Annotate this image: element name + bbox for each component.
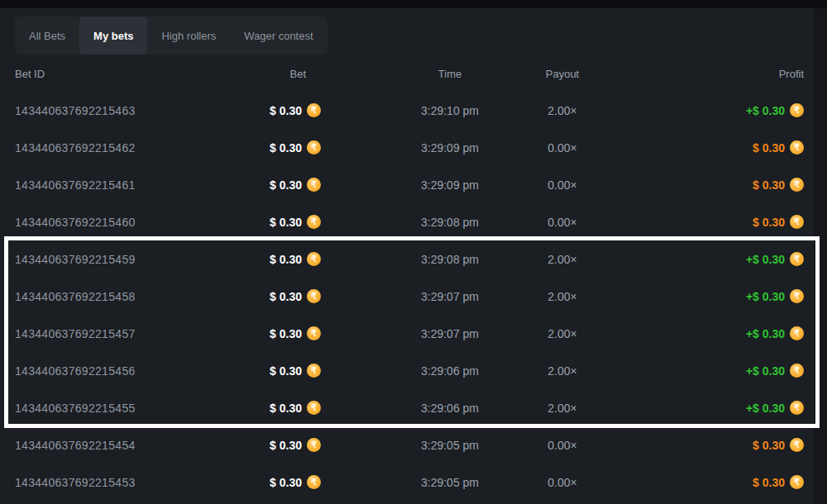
bet-id-cell: 143440637692215455 [15,402,222,415]
rupee-coin-icon: ₹ [307,326,321,340]
rupee-coin-icon: ₹ [307,401,321,415]
profit-value: $ 0.30 [753,476,785,489]
tab-wager-contest[interactable]: Wager contest [230,17,327,55]
rupee-coin-icon: ₹ [790,401,804,415]
bets-tab-bar: All Bets My bets High rollers Wager cont… [15,17,327,55]
profit-value: +$ 0.30 [746,104,785,117]
table-body: 143440637692215463$ 0.30₹3:29:10 pm2.00×… [0,92,827,501]
time-cell: 3:29:10 pm [404,104,496,117]
payout-cell: 2.00× [496,364,629,378]
bet-id-cell: 143440637692215459 [15,253,222,266]
bet-amount-cell: $ 0.30₹ [222,252,404,266]
profit-value: +$ 0.30 [746,364,785,378]
payout-cell: 2.00× [496,290,629,303]
bet-amount-cell: $ 0.30₹ [222,215,404,229]
rupee-coin-icon: ₹ [790,289,804,303]
rupee-coin-icon: ₹ [307,252,321,266]
bet-id-cell: 143440637692215460 [15,216,222,229]
rupee-coin-icon: ₹ [307,364,321,378]
bet-amount-cell: $ 0.30₹ [222,289,404,303]
profit-cell: $ 0.30₹ [629,140,804,155]
rupee-coin-icon: ₹ [790,438,804,452]
table-row[interactable]: 143440637692215461$ 0.30₹3:29:09 pm0.00×… [0,166,827,203]
profit-value: +$ 0.30 [746,402,785,415]
payout-cell: 2.00× [496,327,629,340]
time-cell: 3:29:09 pm [404,141,496,155]
profit-value: $ 0.30 [753,178,785,192]
time-cell: 3:29:08 pm [404,253,496,266]
rupee-coin-icon: ₹ [307,103,321,117]
bet-amount-value: $ 0.30 [270,327,302,340]
bet-amount-cell: $ 0.30₹ [222,475,404,489]
profit-value: $ 0.30 [753,216,785,229]
table-row[interactable]: 143440637692215454$ 0.30₹3:29:05 pm0.00×… [0,426,827,464]
profit-value: +$ 0.30 [746,253,785,266]
tab-my-bets[interactable]: My bets [79,17,147,55]
table-row[interactable]: 143440637692215457$ 0.30₹3:29:07 pm2.00×… [0,315,827,352]
bet-id-cell: 143440637692215462 [15,141,222,155]
rupee-coin-icon: ₹ [790,215,804,229]
profit-value: $ 0.30 [753,141,785,155]
column-header-bet: Bet [222,68,404,80]
bet-amount-value: $ 0.30 [270,216,302,229]
payout-cell: 0.00× [496,141,629,155]
time-cell: 3:29:09 pm [404,178,496,192]
bet-amount-cell: $ 0.30₹ [222,140,404,155]
profit-cell: +$ 0.30₹ [629,103,804,117]
profit-cell: $ 0.30₹ [629,178,804,192]
profit-cell: +$ 0.30₹ [629,364,804,378]
table-row[interactable]: 143440637692215456$ 0.30₹3:29:06 pm2.00×… [0,352,827,389]
column-header-bet-id: Bet ID [15,68,222,80]
profit-value: +$ 0.30 [746,290,785,303]
time-cell: 3:29:06 pm [404,402,496,415]
bet-amount-cell: $ 0.30₹ [222,438,404,452]
profit-cell: +$ 0.30₹ [629,401,804,415]
bet-id-cell: 143440637692215461 [15,178,222,192]
rupee-coin-icon: ₹ [790,364,804,378]
table-row[interactable]: 143440637692215459$ 0.30₹3:29:08 pm2.00×… [0,240,827,278]
bet-amount-value: $ 0.30 [270,290,302,303]
profit-cell: +$ 0.30₹ [629,252,804,266]
time-cell: 3:29:07 pm [404,327,496,340]
bet-amount-cell: $ 0.30₹ [222,364,404,378]
tab-all-bets[interactable]: All Bets [15,17,79,55]
table-row[interactable]: 143440637692215463$ 0.30₹3:29:10 pm2.00×… [0,92,827,129]
bet-amount-value: $ 0.30 [270,476,302,489]
profit-cell: $ 0.30₹ [629,215,804,229]
bet-amount-value: $ 0.30 [270,253,302,266]
time-cell: 3:29:05 pm [404,439,496,452]
table-row[interactable]: 143440637692215458$ 0.30₹3:29:07 pm2.00×… [0,278,827,315]
bet-amount-value: $ 0.30 [270,178,302,192]
bet-amount-value: $ 0.30 [270,402,302,415]
profit-value: +$ 0.30 [746,327,785,340]
column-header-profit: Profit [629,68,804,80]
bet-id-cell: 143440637692215456 [15,364,222,378]
bet-amount-value: $ 0.30 [270,439,302,452]
payout-cell: 2.00× [496,104,629,117]
profit-cell: $ 0.30₹ [629,438,804,452]
payout-cell: 0.00× [496,216,629,229]
rupee-coin-icon: ₹ [790,140,804,155]
rupee-coin-icon: ₹ [790,252,804,266]
rupee-coin-icon: ₹ [790,326,804,340]
profit-cell: +$ 0.30₹ [629,326,804,340]
profit-cell: +$ 0.30₹ [629,289,804,303]
column-header-payout: Payout [496,68,629,80]
table-row[interactable]: 143440637692215460$ 0.30₹3:29:08 pm0.00×… [0,203,827,240]
table-row[interactable]: 143440637692215455$ 0.30₹3:29:06 pm2.00×… [0,389,827,426]
table-row[interactable]: 143440637692215462$ 0.30₹3:29:09 pm0.00×… [0,129,827,166]
tab-high-rollers[interactable]: High rollers [147,17,230,55]
time-cell: 3:29:06 pm [404,364,496,378]
table-row[interactable]: 143440637692215453$ 0.30₹3:29:05 pm0.00×… [0,464,827,501]
column-header-time: Time [404,68,496,80]
top-bar [0,0,827,8]
rupee-coin-icon: ₹ [307,215,321,229]
rupee-coin-icon: ₹ [790,475,804,489]
bet-id-cell: 143440637692215463 [15,104,222,117]
payout-cell: 0.00× [496,439,629,452]
time-cell: 3:29:05 pm [404,476,496,489]
bet-id-cell: 143440637692215457 [15,327,222,340]
rupee-coin-icon: ₹ [307,438,321,452]
rupee-coin-icon: ₹ [307,289,321,303]
bet-id-cell: 143440637692215453 [15,476,222,489]
